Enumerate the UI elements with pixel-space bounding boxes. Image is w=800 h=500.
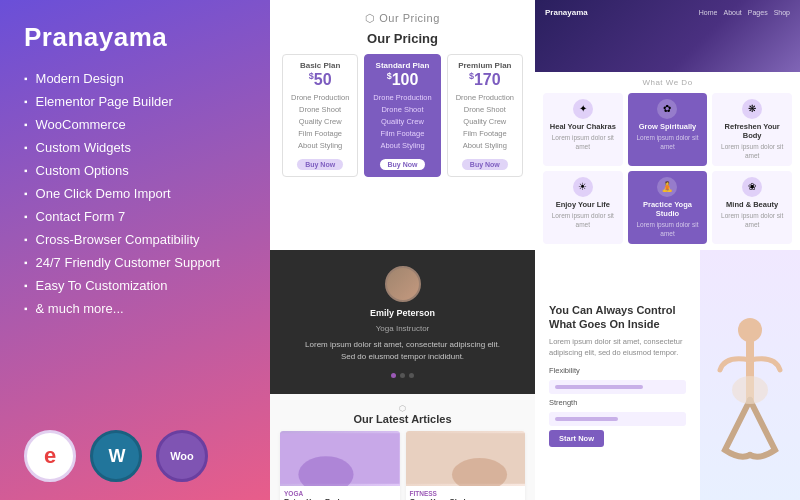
field-label-1: Flexibility	[549, 366, 686, 375]
wwd-item-2: ✿ Grow Spiritually Lorem ipsum dolor sit…	[628, 93, 708, 166]
articles-header: ⬡ Our Latest Articles	[280, 404, 525, 425]
wwd-item-6: ❀ Mind & Beauty Lorem ipsum dolor sit am…	[712, 171, 792, 244]
wwd-icon-6: ❀	[742, 177, 762, 197]
testimonial-dots	[391, 373, 414, 378]
articles-title: Our Latest Articles	[280, 413, 525, 425]
wwd-item-5: 🧘 Practice Yoga Studio Lorem ipsum dolor…	[628, 171, 708, 244]
dot-1	[391, 373, 396, 378]
pricing-card-standard: Standard Plan $100 Drone ProductionDrone…	[364, 54, 440, 177]
hero-preview: Pranayama Home About Pages Shop Join Yog…	[535, 0, 800, 250]
feature-item: & much more...	[24, 301, 246, 316]
pricing-card-basic: Basic Plan $50 Drone ProductionDrone Sho…	[282, 54, 358, 177]
article-body-2: Fitness Grow Your Chakras	[406, 486, 526, 500]
hero-logo: Pranayama	[545, 8, 588, 17]
feature-item: Custom Options	[24, 163, 246, 178]
yoga-figure-section	[700, 250, 800, 500]
articles-grid: Yoga Enjoy Your Body Fitness Grow Your C…	[280, 431, 525, 500]
article-1: Yoga Enjoy Your Body	[280, 431, 400, 500]
feature-item: 24/7 Friendly Customer Support	[24, 255, 246, 270]
articles-section: ⬡ Our Latest Articles Yoga Enjoy Your Bo…	[270, 394, 535, 500]
feature-item: Cross-Browser Compatibility	[24, 232, 246, 247]
testimonial-role: Yoga Instructor	[376, 324, 430, 333]
testimonial-text: Lorem ipsum dolor sit amet, consectetur …	[303, 339, 503, 363]
product-title: Pranayama	[24, 22, 246, 53]
control-field-2	[549, 412, 686, 426]
wwd-header: What We Do	[543, 78, 792, 87]
feature-item: WooCommerce	[24, 117, 246, 132]
article-illustration-1	[280, 431, 400, 486]
nav-about: About	[723, 9, 741, 16]
testimonial-avatar	[385, 266, 421, 302]
svg-point-11	[732, 376, 768, 404]
control-cta-button[interactable]: Start Now	[549, 430, 604, 447]
pricing-preview: ⬡ Our Pricing Our Pricing Basic Plan $50…	[270, 0, 535, 250]
pricing-section-title: Our Pricing	[367, 31, 438, 46]
feature-item: Contact Form 7	[24, 209, 246, 224]
feature-item: Custom Widgets	[24, 140, 246, 155]
bottom-left-preview: Emily Peterson Yoga Instructor Lorem ips…	[270, 250, 535, 500]
nav-shop: Shop	[774, 9, 790, 16]
wwd-icon-3: ❋	[742, 99, 762, 119]
wwd-item-1: ✦ Heal Your Chakras Lorem ipsum dolor si…	[543, 93, 623, 166]
elementor-badge: e	[24, 430, 76, 482]
bottom-right-preview: You Can Always Control What Goes On Insi…	[535, 250, 800, 500]
feature-item: Elementor Page Builder	[24, 94, 246, 109]
wwd-icon-5: 🧘	[657, 177, 677, 197]
plugin-badges: e W Woo	[24, 430, 246, 482]
feature-item: One Click Demo Import	[24, 186, 246, 201]
dot-2	[400, 373, 405, 378]
hero-navbar: Pranayama Home About Pages Shop	[535, 8, 800, 17]
control-text: Lorem ipsum dolor sit amet, consectetur …	[549, 336, 686, 359]
pricing-section-label: ⬡ Our Pricing	[365, 12, 440, 25]
dot-3	[409, 373, 414, 378]
control-fields: Flexibility Strength	[549, 366, 686, 426]
control-field-1	[549, 380, 686, 394]
wordpress-badge: W	[90, 430, 142, 482]
field-label-2: Strength	[549, 398, 686, 407]
features-list: Modern Design Elementor Page Builder Woo…	[24, 71, 246, 316]
feature-item: Easy To Customization	[24, 278, 246, 293]
article-body-1: Yoga Enjoy Your Body	[280, 486, 400, 500]
woocommerce-logo: Woo	[170, 451, 194, 462]
wwd-icon-4: ☀	[573, 177, 593, 197]
wwd-icon-2: ✿	[657, 99, 677, 119]
wwd-label: What We Do	[543, 78, 792, 87]
testimonial-name: Emily Peterson	[370, 308, 435, 318]
article-2: Fitness Grow Your Chakras	[406, 431, 526, 500]
nav-home: Home	[699, 9, 718, 16]
testimonial-section: Emily Peterson Yoga Instructor Lorem ips…	[270, 250, 535, 394]
article-img-2	[406, 431, 526, 486]
article-illustration-2	[406, 431, 526, 486]
hero-nav-links: Home About Pages Shop	[699, 9, 790, 16]
left-panel: Pranayama Modern Design Elementor Page B…	[0, 0, 270, 500]
pricing-cards: Basic Plan $50 Drone ProductionDrone Sho…	[282, 54, 523, 177]
yoga-pose-illustration	[705, 300, 795, 500]
right-panel: ⬡ Our Pricing Our Pricing Basic Plan $50…	[270, 0, 800, 500]
wordpress-logo: W	[109, 446, 124, 467]
elementor-logo: e	[44, 443, 56, 469]
pricing-card-premium: Premium Plan $170 Drone ProductionDrone …	[447, 54, 523, 177]
wwd-item-3: ❋ Refreshen Your Body Lorem ipsum dolor …	[712, 93, 792, 166]
nav-pages: Pages	[748, 9, 768, 16]
feature-item: Modern Design	[24, 71, 246, 86]
article-img-1	[280, 431, 400, 486]
wwd-icon-1: ✦	[573, 99, 593, 119]
whatwedo-section: What We Do ✦ Heal Your Chakras Lorem ips…	[535, 72, 800, 250]
wwd-grid: ✦ Heal Your Chakras Lorem ipsum dolor si…	[543, 93, 792, 244]
articles-label: ⬡	[280, 404, 525, 413]
woocommerce-badge: Woo	[156, 430, 208, 482]
control-title: You Can Always Control What Goes On Insi…	[549, 303, 686, 332]
wwd-item-4: ☀ Enjoy Your Life Lorem ipsum dolor sit …	[543, 171, 623, 244]
control-section: You Can Always Control What Goes On Insi…	[535, 250, 700, 500]
